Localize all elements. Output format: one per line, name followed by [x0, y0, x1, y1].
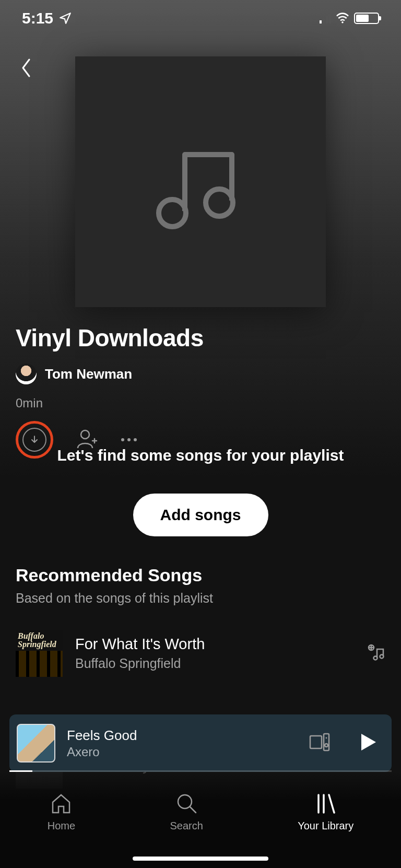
add-songs-button[interactable]: Add songs — [133, 494, 268, 536]
now-playing-bar[interactable]: Feels Good Axero — [9, 714, 392, 772]
library-icon — [314, 792, 337, 815]
svg-point-11 — [178, 795, 192, 808]
song-title: For What It's Worth — [75, 636, 354, 653]
prompt-message: Let's find some songs for your playlist — [0, 447, 401, 464]
svg-point-6 — [380, 655, 384, 659]
svg-rect-7 — [310, 736, 322, 748]
owner-avatar — [16, 363, 37, 384]
song-artwork: Buffalo Springfield — [16, 630, 63, 677]
back-button[interactable] — [16, 57, 37, 78]
add-to-playlist-button[interactable] — [367, 643, 385, 664]
playlist-title: Vinyl Downloads — [16, 324, 385, 352]
svg-point-3 — [81, 430, 89, 439]
svg-point-0 — [341, 21, 344, 24]
location-icon — [58, 11, 72, 25]
owner-row[interactable]: Tom Newman — [16, 363, 385, 384]
now-playing-title: Feels Good — [67, 728, 298, 744]
play-button[interactable] — [357, 732, 378, 755]
dot-icon — [134, 438, 137, 441]
person-add-icon — [76, 428, 98, 449]
owner-name: Tom Newman — [45, 366, 132, 382]
recommended-song-row[interactable]: Buffalo Springfield For What It's Worth … — [16, 630, 385, 677]
recommended-subheading: Based on the songs of this playlist — [16, 591, 385, 606]
devices-icon — [309, 733, 330, 752]
song-artist: Buffalo Springfield — [75, 656, 354, 671]
svg-rect-8 — [324, 734, 329, 750]
recommended-heading: Recommended Songs — [16, 565, 385, 585]
artwork-text: Buffalo Springfield — [18, 632, 61, 649]
playlist-cover — [75, 56, 326, 307]
dot-icon — [127, 438, 131, 441]
empty-prompt: Let's find some songs for your playlist … — [0, 447, 401, 536]
svg-point-10 — [325, 744, 328, 747]
svg-point-1 — [159, 200, 186, 227]
tab-label: Search — [170, 820, 203, 832]
status-left: 5:15 — [22, 9, 72, 27]
svg-point-2 — [206, 189, 233, 216]
tab-search[interactable]: Search — [170, 792, 203, 832]
now-playing-artwork — [17, 724, 55, 763]
svg-point-9 — [326, 737, 327, 739]
cell-signal-icon — [320, 13, 331, 24]
music-note-icon — [148, 130, 253, 234]
search-icon — [175, 792, 198, 815]
playlist-duration: 0min — [16, 396, 385, 410]
song-info: For What It's Worth Buffalo Springfield — [75, 636, 354, 671]
now-playing-info: Feels Good Axero — [67, 728, 298, 759]
home-indicator[interactable] — [133, 857, 268, 861]
status-bar: 5:15 — [0, 0, 401, 37]
status-time: 5:15 — [22, 9, 53, 27]
svg-point-5 — [374, 656, 378, 660]
download-icon — [29, 435, 40, 445]
home-icon — [50, 792, 73, 815]
dot-icon — [121, 438, 124, 441]
now-playing-artist: Axero — [67, 745, 298, 759]
tab-home[interactable]: Home — [48, 792, 75, 832]
status-right — [320, 13, 379, 24]
tab-label: Your Library — [298, 820, 353, 832]
battery-icon — [354, 13, 379, 24]
chevron-left-icon — [20, 57, 32, 78]
playlist-header: Vinyl Downloads Tom Newman 0min — [16, 324, 385, 459]
tab-label: Home — [48, 820, 75, 832]
add-songs-label: Add songs — [160, 506, 241, 524]
more-options-button[interactable] — [121, 438, 137, 441]
recommended-section: Recommended Songs Based on the songs of … — [16, 565, 385, 677]
devices-button[interactable] — [309, 733, 330, 754]
play-icon — [357, 732, 378, 753]
tab-bar: Home Search Your Library — [0, 772, 401, 868]
add-to-queue-icon — [367, 643, 385, 662]
tab-library[interactable]: Your Library — [298, 792, 353, 832]
wifi-icon — [335, 13, 350, 24]
